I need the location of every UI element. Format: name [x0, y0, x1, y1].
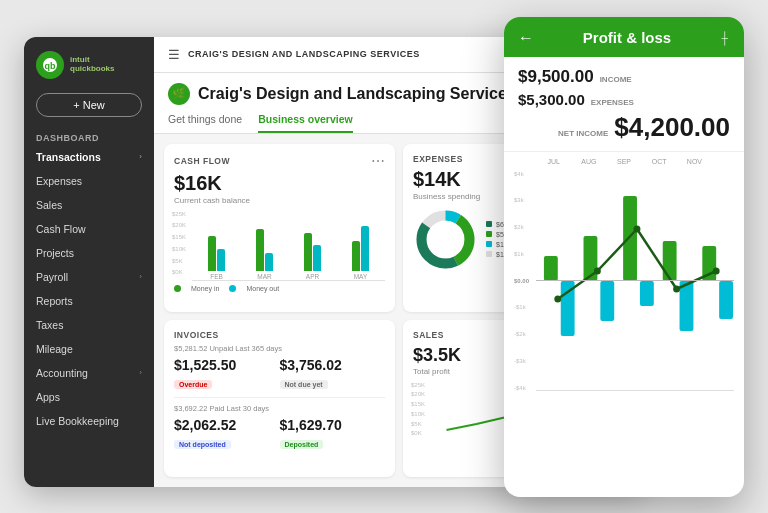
bar-group-may: MAY [338, 226, 383, 280]
cashflow-header: CASH FLOW ⋯ [174, 154, 385, 168]
cashflow-card: CASH FLOW ⋯ $16K Current cash balance $2… [164, 144, 395, 312]
pl-bar-sep-expense [640, 281, 654, 306]
pl-income-label: INCOME [600, 75, 632, 84]
invoices-deposited-tag: Deposited [280, 440, 324, 449]
invoices-overdue-amount: $1,525.50 [174, 357, 280, 373]
invoices-unpaid-row: $1,525.50 Overdue $3,756.02 Not due yet [174, 357, 385, 391]
bar-label-apr: APR [306, 273, 319, 280]
svg-text:qb: qb [45, 60, 56, 70]
pl-income-row: $9,500.00 INCOME [518, 67, 730, 87]
legend-color-rent [486, 221, 492, 227]
pl-chart-container: $4k $3k $2k $1k $0.00 -$1k -$2k -$3k -$4… [514, 171, 734, 391]
pl-bar-nov-expense [719, 281, 733, 319]
logo: qb intuit quickbooks [24, 37, 154, 89]
invoices-deposited-amount: $1,629.70 [280, 417, 386, 433]
sidebar-item-cashflow[interactable]: Cash Flow [24, 217, 154, 241]
bar-label-mar: MAR [257, 273, 271, 280]
pl-summary: $9,500.00 INCOME $5,300.00 EXPENSES NET … [504, 57, 744, 152]
invoices-paid-row: $2,062.52 Not deposited $1,629.70 Deposi… [174, 417, 385, 451]
chevron-icon: › [139, 152, 142, 161]
bar-in-may [352, 241, 360, 271]
bar-out-feb [217, 249, 225, 271]
invoices-notdeposited-col: $2,062.52 Not deposited [174, 417, 280, 451]
sales-title: SALES [413, 330, 444, 340]
sidebar-item-transactions[interactable]: Transactions› [24, 145, 154, 169]
pl-y-axis: $4k $3k $2k $1k $0.00 -$1k -$2k -$3k -$4… [514, 171, 536, 391]
pl-bar-aug-income [584, 236, 598, 281]
pl-month-aug: AUG [571, 158, 606, 165]
sidebar-item-taxes[interactable]: Taxes [24, 313, 154, 337]
sidebar-item-payroll[interactable]: Payroll› [24, 265, 154, 289]
legend-dot-in [174, 285, 181, 292]
legend-color-meals [486, 241, 492, 247]
dashboard-label: Dashboard [24, 127, 154, 145]
invoices-notdue-col: $3,756.02 Not due yet [280, 357, 386, 391]
chevron-icon: › [139, 368, 142, 377]
pl-title: Profit & loss [583, 29, 671, 46]
top-bar-left: ☰ CRAIG'S DESIGN AND LANDSCAPING SERVICE… [168, 47, 420, 62]
legend-label-in: Money in [191, 285, 219, 292]
pl-chart-area: JUL AUG SEP OCT NOV $4k $3k $2k $1k $0.0… [504, 152, 744, 401]
pl-expense-row: $5,300.00 EXPENSES [518, 91, 730, 108]
pl-bar-chart [536, 171, 734, 391]
invoices-notdue-tag: Not due yet [280, 380, 328, 389]
tab-businessoverview[interactable]: Business overview [258, 113, 353, 133]
bar-label-feb: FEB [210, 273, 223, 280]
invoices-divider [174, 397, 385, 398]
tab-getthingsdone[interactable]: Get things done [168, 113, 242, 133]
sidebar: qb intuit quickbooks + New Dashboard Tra… [24, 37, 154, 487]
cashflow-legend: Money in Money out [174, 285, 385, 292]
sidebar-item-mileage[interactable]: Mileage [24, 337, 154, 361]
pl-settings-icon[interactable]: ⟊ [720, 29, 730, 47]
bar-out-apr [313, 245, 321, 271]
sidebar-item-reports[interactable]: Reports [24, 289, 154, 313]
pl-net-point-jul [554, 295, 561, 302]
bar-in-feb [208, 236, 216, 271]
invoices-notdue-amount: $3,756.02 [280, 357, 386, 373]
bar-label-may: MAY [354, 273, 368, 280]
sidebar-item-apps[interactable]: Apps [24, 385, 154, 409]
chevron-icon: › [139, 272, 142, 281]
invoices-card: INVOICES $5,281.52 Unpaid Last 365 days … [164, 320, 395, 477]
cashflow-menu-icon[interactable]: ⋯ [371, 154, 385, 168]
hamburger-icon[interactable]: ☰ [168, 47, 180, 62]
sidebar-item-expenses[interactable]: Expenses [24, 169, 154, 193]
bar-group-mar: MAR [242, 229, 287, 280]
legend-label-out: Money out [246, 285, 279, 292]
pl-net-point-nov [713, 267, 720, 274]
pl-net-row: NET INCOME $4,200.00 [518, 112, 730, 143]
legend-color-others [486, 251, 492, 257]
bar-out-mar [265, 253, 273, 271]
expenses-title: EXPENSES [413, 154, 463, 164]
page-title: Craig's Design and Landscaping Services [198, 85, 516, 103]
pl-month-sep: SEP [606, 158, 641, 165]
invoices-deposited-col: $1,629.70 Deposited [280, 417, 386, 451]
pl-month-labels: JUL AUG SEP OCT NOV [514, 158, 734, 167]
pl-month-oct: OCT [642, 158, 677, 165]
pl-net-point-aug [594, 267, 601, 274]
bar-out-may [361, 226, 369, 271]
pl-expense-amount: $5,300.00 [518, 91, 585, 108]
invoices-overdue-tag: Overdue [174, 380, 212, 389]
pl-zero-line [536, 280, 734, 281]
pl-net-label: NET INCOME [558, 129, 608, 138]
invoices-paid-header: $3,692.22 Paid Last 30 days [174, 404, 385, 413]
sidebar-item-sales[interactable]: Sales [24, 193, 154, 217]
pl-income-amount: $9,500.00 [518, 67, 594, 87]
invoices-notdeposited-tag: Not deposited [174, 440, 231, 449]
bar-in-mar [256, 229, 264, 271]
pl-net-point-oct [673, 285, 680, 292]
invoices-notdeposited-amount: $2,062.52 [174, 417, 280, 433]
pl-expense-label: EXPENSES [591, 98, 634, 107]
legend-color-auto [486, 231, 492, 237]
bar-group-feb: FEB [194, 236, 239, 280]
sidebar-item-accounting[interactable]: Accounting› [24, 361, 154, 385]
pl-back-button[interactable]: ← [518, 29, 534, 47]
pl-bar-sep-income [623, 196, 637, 281]
sidebar-item-projects[interactable]: Projects [24, 241, 154, 265]
pl-panel: ← Profit & loss ⟊ $9,500.00 INCOME $5,30… [504, 17, 744, 497]
pl-month-jul: JUL [536, 158, 571, 165]
cashflow-subtitle: Current cash balance [174, 196, 385, 205]
sidebar-item-livebookkeeping[interactable]: Live Bookkeeping [24, 409, 154, 433]
new-button[interactable]: + New [36, 93, 142, 117]
